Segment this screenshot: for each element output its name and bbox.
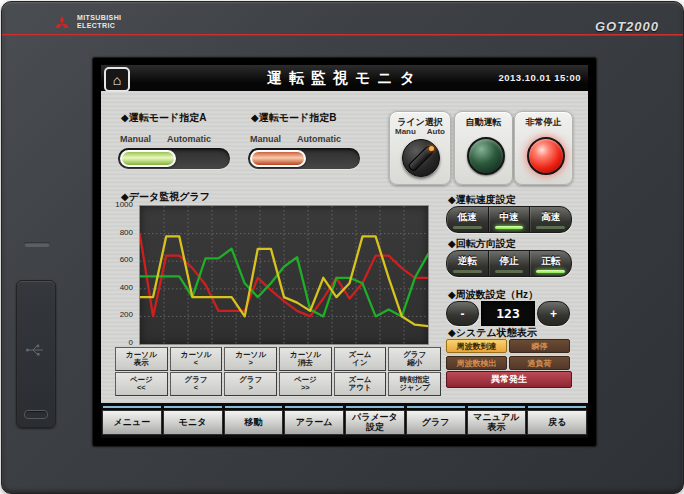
y-tick-label: 800 xyxy=(107,228,133,237)
speed-option-0[interactable]: 低速 xyxy=(447,207,489,232)
auto-run-button[interactable] xyxy=(467,137,505,175)
menu-button-3[interactable]: アラーム xyxy=(284,406,344,438)
menu-button-led xyxy=(164,406,222,408)
mode-a-automatic-label: Automatic xyxy=(167,134,211,144)
softkey-r2-0[interactable]: ページ<< xyxy=(115,372,168,396)
menu-bar: メニューモニタ移動アラームパラメータ設定グラフマニュアル表示戻る xyxy=(101,403,588,438)
auto-run-label: 自動運転 xyxy=(455,116,512,129)
chart-y-labels: 10008006004002000 xyxy=(107,199,135,349)
trend-chart-svg xyxy=(140,206,428,344)
speed-option-1[interactable]: 中速 xyxy=(489,207,531,232)
menu-button-2[interactable]: 移動 xyxy=(224,406,284,438)
menu-button-1[interactable]: モニタ xyxy=(163,406,223,438)
menu-button-led xyxy=(103,406,161,408)
softkey-r2-5[interactable]: 時刻指定ジャンプ xyxy=(388,372,441,396)
menu-button-face: グラフ xyxy=(406,410,466,435)
softkey-r1-0[interactable]: カーソル表示 xyxy=(115,347,168,371)
speed-led xyxy=(536,226,564,229)
menu-button-face: アラーム xyxy=(284,410,344,435)
menu-button-6[interactable]: マニュアル表示 xyxy=(467,406,527,438)
status-lamp-2: 周波数検出 xyxy=(446,356,507,370)
home-icon: ⌂ xyxy=(113,73,121,87)
direction-option-label: 逆転 xyxy=(458,255,477,268)
direction-led xyxy=(536,270,564,273)
brand-line2: ELECTRIC xyxy=(77,22,121,30)
menu-button-led xyxy=(285,406,343,408)
softkey-r1-3[interactable]: カーソル消去 xyxy=(279,347,332,371)
mode-b-toggle-knob xyxy=(250,150,306,167)
direction-option-2[interactable]: 正転 xyxy=(530,251,571,276)
menu-button-5[interactable]: グラフ xyxy=(406,406,466,438)
menu-button-face: パラメータ設定 xyxy=(345,410,405,435)
frequency-plus-button[interactable]: + xyxy=(537,301,570,326)
usb-icon xyxy=(25,343,45,357)
direction-heading: ◆回転方向設定 xyxy=(448,237,516,251)
screenshot-stage: MITSUBISHI ELECTRIC GOT2000 運転監視モニタ xyxy=(0,0,684,494)
softkey-r1-2[interactable]: カーソル> xyxy=(224,347,277,371)
menu-button-4[interactable]: パラメータ設定 xyxy=(345,406,405,438)
speed-led xyxy=(495,226,523,229)
softkey-row-1: カーソル表示カーソル<カーソル>カーソル消去ズームイングラフ縮小 xyxy=(115,347,441,371)
menu-button-face: 戻る xyxy=(527,410,587,435)
speed-segment: 低速中速高速 xyxy=(446,206,572,233)
softkey-r2-3[interactable]: ページ>> xyxy=(279,372,332,396)
got2000-logo: GOT2000 xyxy=(595,19,659,34)
alarm-indicator: 異常発生 xyxy=(446,371,572,388)
home-button[interactable]: ⌂ xyxy=(104,67,130,92)
y-tick-label: 600 xyxy=(107,255,133,264)
speed-option-label: 低速 xyxy=(458,211,477,224)
speed-option-label: 中速 xyxy=(500,211,519,224)
softkey-r1-1[interactable]: カーソル< xyxy=(170,347,223,371)
menu-button-led xyxy=(528,406,586,408)
frequency-heading: ◆周波数設定（Hz） xyxy=(448,288,538,302)
softkey-r2-2[interactable]: グラフ> xyxy=(224,372,277,396)
bezel-red-stripe xyxy=(2,34,683,36)
direction-option-1[interactable]: 停止 xyxy=(489,251,531,276)
softkey-r2-1[interactable]: グラフ< xyxy=(170,372,223,396)
y-tick-label: 200 xyxy=(107,310,133,319)
status-lamp-0: 周波数到達 xyxy=(446,339,507,353)
y-tick-label: 0 xyxy=(107,338,133,347)
bezel-vent-slot xyxy=(24,242,50,247)
mode-a-toggle-knob xyxy=(120,150,176,167)
mode-a-toggle-switch[interactable] xyxy=(118,148,230,169)
menu-button-7[interactable]: 戻る xyxy=(527,406,587,438)
line-select-knob[interactable] xyxy=(402,139,440,177)
knob-indicator-led xyxy=(429,146,434,151)
mode-b-automatic-label: Automatic xyxy=(297,134,341,144)
menu-button-face: マニュアル表示 xyxy=(467,410,527,435)
menu-button-face: 移動 xyxy=(224,410,284,435)
emergency-stop-label: 非常停止 xyxy=(515,116,572,129)
manu-label: Manu xyxy=(395,127,416,136)
status-lamp-1: 瞬停 xyxy=(509,339,570,353)
frequency-value-display[interactable]: 123 xyxy=(481,301,535,326)
softkey-row-2: ページ<<グラフ<グラフ>ページ>>ズームアウト時刻指定ジャンプ xyxy=(115,372,441,396)
mode-a-heading: ◆運転モード指定A xyxy=(121,111,206,125)
softkey-r2-4[interactable]: ズームアウト xyxy=(334,372,387,396)
mode-b-heading: ◆運転モード指定B xyxy=(251,111,336,125)
status-heading: ◆システム状態表示 xyxy=(448,326,537,340)
trend-graph-plot xyxy=(139,205,429,345)
y-tick-label: 1000 xyxy=(107,200,133,209)
menu-button-led xyxy=(407,406,465,408)
softkey-r1-5[interactable]: グラフ縮小 xyxy=(388,347,441,371)
brand-line1: MITSUBISHI xyxy=(77,14,121,22)
direction-option-0[interactable]: 逆転 xyxy=(447,251,489,276)
direction-option-label: 停止 xyxy=(500,255,519,268)
direction-led xyxy=(495,270,523,273)
frequency-minus-button[interactable]: - xyxy=(446,301,479,326)
lcd-frame: 運転監視モニタ 2013.10.01 15:00 ⌂ ◆運転モード指定A Man… xyxy=(92,57,597,447)
menu-button-led xyxy=(346,406,404,408)
direction-led xyxy=(453,270,481,273)
softkey-r1-4[interactable]: ズームイン xyxy=(334,347,387,371)
menu-button-0[interactable]: メニュー xyxy=(102,406,162,438)
screen-header: 運転監視モニタ 2013.10.01 15:00 xyxy=(101,65,588,91)
touch-screen: 運転監視モニタ 2013.10.01 15:00 ⌂ ◆運転モード指定A Man… xyxy=(101,65,588,438)
usb-door-latch xyxy=(24,410,48,419)
emergency-stop-button[interactable] xyxy=(527,137,565,175)
frequency-stepper: - 123 + xyxy=(446,301,570,326)
mode-b-toggle-switch[interactable] xyxy=(248,148,360,169)
line-select-panel: ライン選択 Manu Auto xyxy=(389,111,451,185)
speed-heading: ◆運転速度設定 xyxy=(448,193,516,207)
speed-option-2[interactable]: 高速 xyxy=(530,207,571,232)
